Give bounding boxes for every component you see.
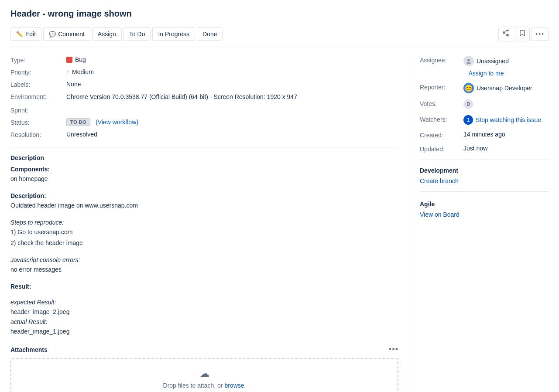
votes-row: Votes: 0 bbox=[420, 99, 549, 109]
agile-divider bbox=[420, 191, 549, 192]
toolbar: ✏️ Edit 💬 Comment Assign To Do In Progre… bbox=[10, 27, 549, 47]
type-label: Type: bbox=[10, 56, 63, 64]
environment-value: Chrome Version 70.0.3538.77 (Official Bu… bbox=[66, 92, 398, 102]
development-section: Development Create branch bbox=[420, 167, 549, 184]
edit-icon: ✏️ bbox=[16, 31, 23, 37]
environment-text: Chrome Version 70.0.3538.77 (Official Bu… bbox=[66, 92, 297, 102]
description-heading: Description bbox=[10, 154, 398, 161]
more-options-button[interactable]: ••• bbox=[532, 27, 549, 41]
assignee-label: Assignee: bbox=[420, 56, 459, 64]
create-branch-link[interactable]: Create branch bbox=[420, 177, 459, 184]
environment-label: Environment: bbox=[10, 92, 63, 102]
assignee-row: Assignee: Unassigned Assign to me bbox=[420, 56, 549, 77]
type-value: Bug bbox=[66, 56, 398, 64]
svg-point-3 bbox=[467, 59, 470, 61]
dev-divider bbox=[420, 160, 549, 160]
reporter-name: Usersnap Developer bbox=[477, 85, 532, 92]
watchers-value: 1 Stop watching this issue bbox=[463, 115, 541, 125]
js-errors-heading: Javascript console errors: bbox=[10, 256, 398, 263]
actual-result-label: actual Result: bbox=[10, 318, 398, 325]
updated-label: Updated: bbox=[420, 145, 459, 153]
attachments-section: Attachments ••• ☁ Drop files to attach, … bbox=[10, 345, 398, 392]
status-label: Status: bbox=[10, 118, 63, 126]
created-text: 14 minutes ago bbox=[463, 131, 505, 138]
reporter-value: 😊 Usersnap Developer bbox=[463, 83, 532, 93]
watchers-badge: 1 bbox=[463, 115, 473, 125]
agile-heading: Agile bbox=[420, 201, 549, 208]
labels-label: Labels: bbox=[10, 80, 63, 88]
drop-text: Drop files to attach, or bbox=[163, 382, 223, 389]
result-heading: Result: bbox=[10, 283, 398, 290]
left-panel: Type: Bug Priority: ↑ Medium Labels: Non… bbox=[10, 56, 409, 392]
agile-section: Agile View on Board bbox=[420, 201, 549, 218]
votes-label: Votes: bbox=[420, 99, 459, 107]
resolution-value: Unresolved bbox=[66, 130, 398, 138]
actual-result-value: header_image_1.jpeg bbox=[10, 327, 398, 336]
edit-button[interactable]: ✏️ Edit bbox=[10, 27, 41, 41]
steps-heading: Steps to reproduce: bbox=[10, 219, 398, 226]
assignee-avatar bbox=[463, 56, 474, 66]
attachments-title: Attachments bbox=[10, 346, 48, 353]
priority-value: ↑ Medium bbox=[66, 68, 398, 76]
reporter-avatar-icon: 😊 bbox=[464, 84, 473, 92]
comment-icon: 💬 bbox=[49, 31, 56, 37]
priority-text: Medium bbox=[72, 68, 94, 75]
view-workflow-link[interactable]: (View workflow) bbox=[96, 119, 138, 126]
share-button[interactable] bbox=[498, 27, 513, 41]
expected-result-value: header_image_2.jpeg bbox=[10, 307, 398, 317]
upload-icon: ☁ bbox=[20, 368, 389, 379]
resolution-label: Resolution: bbox=[10, 130, 63, 138]
step2: 2) check the header image bbox=[10, 239, 398, 248]
page-title: Header - wrong image shown bbox=[10, 9, 549, 19]
browse-link[interactable]: browse. bbox=[224, 382, 246, 389]
type-text: Bug bbox=[75, 56, 86, 63]
right-panel: Assignee: Unassigned Assign to me Report… bbox=[409, 56, 549, 392]
main-content: Type: Bug Priority: ↑ Medium Labels: Non… bbox=[10, 56, 549, 392]
watchers-row: Watchers: 1 Stop watching this issue bbox=[420, 115, 549, 125]
updated-value: Just now bbox=[463, 145, 487, 152]
status-badge: TO DO bbox=[66, 118, 90, 126]
labels-value: None bbox=[66, 80, 398, 88]
reporter-row: Reporter: 😊 Usersnap Developer bbox=[420, 83, 549, 93]
assign-to-me-link[interactable]: Assign to me bbox=[469, 70, 504, 77]
sprint-label: Sprint: bbox=[10, 106, 63, 114]
components-heading: Components: bbox=[10, 166, 398, 173]
bookmark-button[interactable] bbox=[515, 27, 530, 41]
created-value: 14 minutes ago bbox=[463, 131, 505, 138]
sprint-value bbox=[66, 106, 398, 114]
reporter-avatar: 😊 bbox=[463, 83, 474, 93]
description-section: Description Components: on homepage Desc… bbox=[10, 154, 398, 336]
view-on-board-link[interactable]: View on Board bbox=[420, 211, 460, 218]
inprogress-button[interactable]: In Progress bbox=[152, 27, 195, 41]
stop-watching-link[interactable]: Stop watching this issue bbox=[476, 116, 541, 123]
drop-zone[interactable]: ☁ Drop files to attach, or browse. bbox=[10, 358, 398, 392]
assign-button[interactable]: Assign bbox=[92, 27, 122, 41]
desc-text: Outdated header image on www.usersnap.co… bbox=[10, 201, 398, 210]
section-divider bbox=[10, 147, 398, 147]
comment-button[interactable]: 💬 Comment bbox=[43, 27, 90, 41]
votes-value: 0 bbox=[463, 99, 473, 109]
desc-subheading: Description: bbox=[10, 192, 398, 199]
labels-text: None bbox=[66, 81, 81, 88]
created-label: Created: bbox=[420, 131, 459, 139]
priority-icon: ↑ bbox=[66, 68, 69, 75]
created-row: Created: 14 minutes ago bbox=[420, 131, 549, 139]
resolution-text: Unresolved bbox=[66, 131, 97, 138]
todo-button[interactable]: To Do bbox=[123, 27, 151, 41]
meta-grid: Type: Bug Priority: ↑ Medium Labels: Non… bbox=[10, 56, 398, 138]
components-value: on homepage bbox=[10, 174, 398, 184]
status-value: TO DO (View workflow) bbox=[66, 118, 398, 126]
updated-text: Just now bbox=[463, 145, 487, 152]
votes-badge: 0 bbox=[463, 99, 473, 109]
attachments-more-button[interactable]: ••• bbox=[389, 345, 398, 354]
priority-label: Priority: bbox=[10, 68, 63, 76]
reporter-label: Reporter: bbox=[420, 83, 459, 91]
assignee-value: Unassigned Assign to me bbox=[463, 56, 509, 77]
bug-icon bbox=[66, 57, 72, 63]
updated-row: Updated: Just now bbox=[420, 145, 549, 153]
assignee-name: Unassigned bbox=[477, 58, 509, 65]
step1: 1) Go to usersnap.com bbox=[10, 228, 398, 237]
expected-result-label: expected Result: bbox=[10, 299, 398, 306]
done-button[interactable]: Done bbox=[197, 27, 223, 41]
development-heading: Development bbox=[420, 167, 549, 174]
